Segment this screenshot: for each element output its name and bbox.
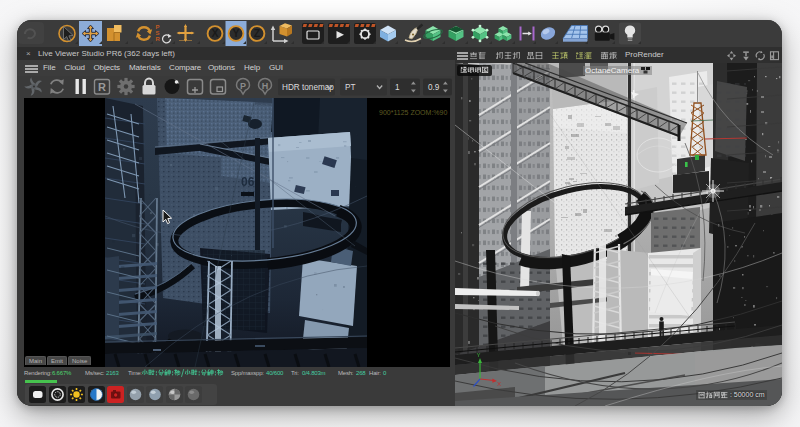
svg-text:0.9: 0.9 bbox=[428, 83, 440, 92]
svg-text:R: R bbox=[156, 36, 161, 42]
svg-text:Y: Y bbox=[477, 352, 481, 358]
svg-text:Y: Y bbox=[232, 27, 239, 39]
svg-text:H: H bbox=[262, 81, 269, 91]
svg-text:1: 1 bbox=[395, 83, 400, 92]
svg-text:X: X bbox=[497, 381, 501, 387]
svg-text:X: X bbox=[211, 27, 218, 39]
svg-text:Z: Z bbox=[254, 27, 261, 39]
svg-text:PT: PT bbox=[345, 83, 355, 92]
svg-text:R: R bbox=[98, 81, 106, 93]
svg-text:06: 06 bbox=[241, 175, 255, 189]
svg-text:P: P bbox=[240, 81, 246, 91]
svg-text:HDR tonemap: HDR tonemap bbox=[282, 83, 334, 92]
